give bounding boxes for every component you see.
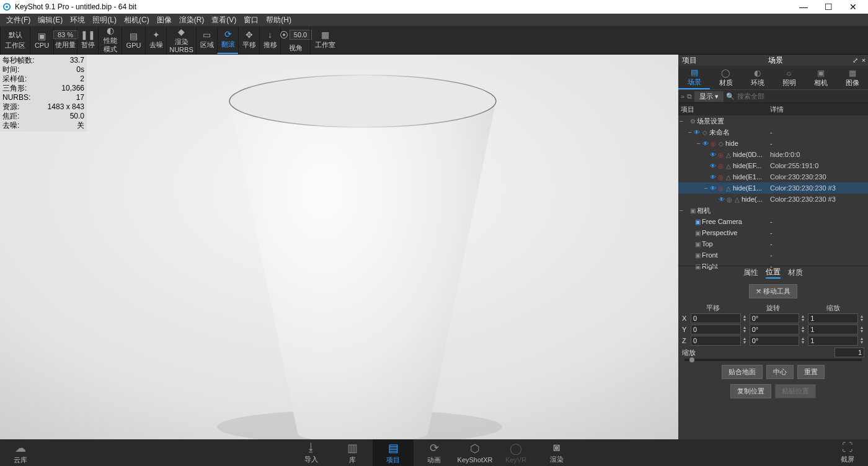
menu-help[interactable]: 帮助(H)	[262, 15, 295, 25]
studio-button[interactable]: ▦ 工作室	[310, 26, 340, 54]
reset-button[interactable]: 重置	[797, 365, 825, 379]
cpu-icon: ▣	[38, 32, 46, 40]
tab-image[interactable]: ▦图像	[836, 66, 868, 89]
perf-button[interactable]: ◐ 性能 模式	[98, 26, 122, 54]
render-button[interactable]: ◙渲染	[536, 439, 577, 466]
rotate-y-input[interactable]	[750, 325, 800, 334]
translate-y-input[interactable]	[691, 325, 741, 334]
tree-perspective[interactable]: ▣Perspective -	[678, 227, 868, 238]
tree-free-camera[interactable]: ▣Free Camera -	[678, 216, 868, 227]
tree-hide-0d[interactable]: 👁◎△hide(0D... hide:0:0:0	[678, 149, 868, 160]
tree-scene-settings[interactable]: −⚙场景设置	[678, 115, 868, 127]
tree-hide-child[interactable]: 👁◎△hide(... Color:230:230:230 #3	[678, 194, 868, 205]
animation-button[interactable]: ⟳动画	[414, 439, 454, 466]
refresh-icon: ⟳	[224, 30, 232, 38]
uniform-scale-input[interactable]	[835, 347, 864, 357]
region-button[interactable]: ▭ 区域	[196, 26, 217, 54]
scale-x-input[interactable]	[808, 313, 858, 323]
denoise-button[interactable]: ✦ 去噪	[145, 26, 166, 54]
rotate-z-input[interactable]	[750, 336, 800, 346]
gauge-icon: ◐	[107, 26, 114, 35]
usage-button[interactable]: 83 % 使用量	[53, 26, 77, 54]
maximize-button[interactable]: ☐	[816, 2, 841, 12]
tree-icon[interactable]: ⧉	[687, 92, 692, 101]
tree-hide-e1a[interactable]: 👁◎△hide(E1... Color:230:230:230	[678, 171, 868, 182]
search-input[interactable]	[737, 92, 866, 100]
tree-unnamed[interactable]: −👁◇未命名 -	[678, 127, 868, 138]
tab-lighting[interactable]: ☼照明	[773, 66, 805, 89]
chevron-right-icon[interactable]: »	[681, 92, 684, 100]
menu-view[interactable]: 查看(V)	[208, 15, 240, 25]
pan-button[interactable]: ✥ 平移	[238, 26, 259, 54]
subtab-properties[interactable]: 属性	[743, 267, 758, 278]
tree-hide[interactable]: −👁◎◇hide -	[678, 138, 868, 149]
move-icon: ✥	[246, 30, 253, 39]
fov-value[interactable]: 50.0	[290, 30, 312, 40]
paste-position-button[interactable]: 粘贴位置	[775, 384, 816, 398]
cpu-button[interactable]: ▣ CPU	[30, 26, 53, 54]
scale-slider[interactable]	[684, 359, 862, 361]
scale-y-input[interactable]	[808, 325, 858, 334]
tumble-button[interactable]: ⟳ 翻滚	[217, 26, 238, 54]
cloud-library-button[interactable]: ☁云库	[0, 439, 41, 466]
menu-env[interactable]: 环境	[66, 15, 89, 25]
panel-tabs: ▤场景 ◯材质 ◐环境 ☼照明 ▣相机 ▦图像	[678, 66, 868, 89]
arrow-down-icon: ↓	[268, 30, 272, 39]
tab-scene[interactable]: ▤场景	[678, 66, 710, 89]
translate-x-input[interactable]	[691, 313, 741, 323]
render-nurbs-button[interactable]: ◆ 渲染 NURBS	[166, 26, 196, 54]
fov-button[interactable]: ⦿50.0 视角	[280, 26, 310, 54]
tab-material[interactable]: ◯材质	[710, 66, 742, 89]
viewport[interactable]: 每秒帧数:33.7 时间:0s 采样值:2 三角形:10,366 NURBS:1…	[0, 55, 678, 439]
tree-front[interactable]: ▣Front -	[678, 249, 868, 261]
fit-ground-button[interactable]: 贴合地面	[722, 365, 763, 379]
display-dropdown[interactable]: 显示 ▾	[694, 91, 724, 102]
app-logo-icon	[2, 2, 11, 11]
panel-close-icon[interactable]: ×	[859, 56, 868, 64]
tree-hide-e1b[interactable]: −👁◎△hide(E1... Color:230:230:230 #3	[678, 182, 868, 194]
workspace-label: 工作区	[5, 41, 25, 50]
tree-hide-ef[interactable]: 👁◎△hide(EF... Color:255:191:0	[678, 160, 868, 171]
menu-window[interactable]: 窗口	[240, 15, 262, 25]
subtab-material[interactable]: 材质	[788, 267, 803, 278]
pause-button[interactable]: ❚❚ 暂停	[77, 26, 98, 54]
render-stats: 每秒帧数:33.7 时间:0s 采样值:2 三角形:10,366 NURBS:1…	[0, 55, 87, 132]
workspace-button[interactable]: 默认 工作区	[0, 26, 30, 54]
menu-camera[interactable]: 相机(C)	[120, 15, 153, 25]
center-button[interactable]: 中心	[766, 365, 794, 379]
dolly-button[interactable]: ↓ 推移	[259, 26, 280, 54]
cloud-icon: ☁	[15, 441, 26, 455]
panel-maximize-icon[interactable]: ⤢	[851, 56, 859, 65]
tab-camera[interactable]: ▣相机	[805, 66, 836, 89]
keyshotxr-button[interactable]: ⬡KeyShotXR	[454, 439, 495, 466]
tab-environment[interactable]: ◐环境	[742, 66, 773, 89]
menu-file[interactable]: 文件(F)	[2, 15, 34, 25]
camera-render-icon: ◙	[554, 441, 560, 454]
tree-cameras[interactable]: −▣相机	[678, 205, 868, 216]
scale-z-input[interactable]	[808, 336, 858, 346]
import-button[interactable]: ⭳导入	[291, 439, 332, 466]
keyvr-button[interactable]: ◯KeyVR	[495, 439, 536, 466]
menu-image[interactable]: 图像	[153, 15, 175, 25]
translate-z-input[interactable]	[691, 336, 741, 346]
gpu-icon: ▤	[130, 32, 138, 40]
copy-position-button[interactable]: 复制位置	[730, 384, 771, 398]
project-button[interactable]: ▤项目	[373, 439, 414, 466]
environment-icon: ◐	[754, 68, 761, 78]
library-button[interactable]: ▥库	[332, 439, 373, 466]
list-icon: ▤	[388, 441, 399, 455]
minimize-button[interactable]: —	[791, 2, 816, 12]
cube-icon: ⬡	[470, 442, 480, 455]
pause-icon: ❚❚	[81, 30, 95, 39]
move-tool-button[interactable]: ⤧ 移动工具	[749, 284, 797, 298]
gpu-button[interactable]: ▤ GPU	[122, 26, 145, 54]
subtab-position[interactable]: 位置	[766, 267, 781, 279]
rotate-x-input[interactable]	[750, 313, 800, 323]
bulb-icon: ☼	[786, 68, 793, 78]
tree-top[interactable]: ▣Top -	[678, 238, 868, 249]
menu-render[interactable]: 渲染(R)	[175, 15, 208, 25]
menu-edit[interactable]: 编辑(E)	[34, 15, 66, 25]
close-button[interactable]: ✕	[841, 2, 866, 12]
menu-light[interactable]: 照明(L)	[89, 15, 120, 25]
screenshot-button[interactable]: ⛶截屏	[827, 439, 868, 466]
